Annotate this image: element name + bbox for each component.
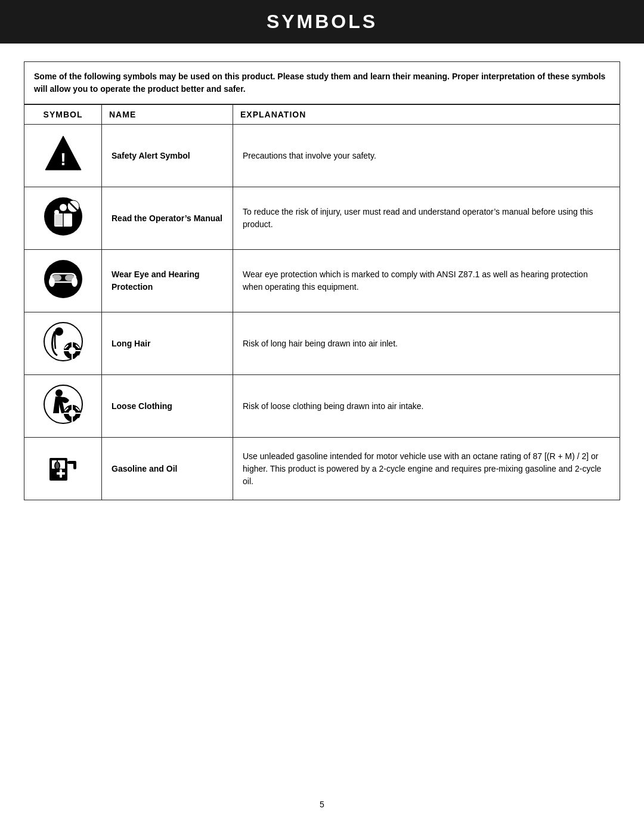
name-cell-manual: Read the Operator’s Manual	[102, 187, 233, 250]
symbols-table: SYMBOL NAME EXPLANATION ! Safety Alert	[24, 104, 620, 500]
intro-text: Some of the following symbols may be use…	[34, 70, 610, 95]
svg-rect-38	[76, 413, 80, 414]
safety-alert-icon: !	[42, 133, 84, 175]
table-row: Wear Eye and Hearing Protection Wear eye…	[24, 250, 620, 312]
intro-box: Some of the following symbols may be use…	[24, 61, 620, 104]
name-cell-loose-clothing: Loose Clothing	[102, 375, 233, 438]
page-title: SYMBOLS	[0, 0, 644, 44]
explanation-cell-manual: To reduce the risk of injury, user must …	[233, 187, 620, 250]
page-number: 5	[0, 800, 644, 809]
svg-point-22	[69, 347, 76, 354]
svg-rect-24	[72, 354, 73, 359]
svg-point-32	[55, 389, 63, 397]
svg-rect-6	[55, 214, 63, 225]
symbol-cell-manual	[24, 187, 102, 250]
svg-point-34	[69, 410, 76, 417]
content-area: Some of the following symbols may be use…	[24, 61, 620, 500]
svg-point-20	[55, 327, 63, 336]
symbol-cell-protection	[24, 250, 102, 312]
table-row: Loose Clothing Risk of loose clothing be…	[24, 375, 620, 438]
symbol-cell-loose-clothing	[24, 375, 102, 438]
symbol-cell-gasoline	[24, 438, 102, 500]
svg-point-15	[49, 277, 55, 287]
long-hair-icon	[42, 321, 84, 363]
svg-rect-37	[64, 413, 69, 414]
gasoline-icon	[42, 446, 84, 488]
svg-rect-26	[76, 350, 80, 351]
explanation-cell-gasoline: Use unleaded gasoline intended for motor…	[233, 438, 620, 500]
col-header-explanation: EXPLANATION	[233, 105, 620, 125]
name-cell-gasoline: Gasoline and Oil	[102, 438, 233, 500]
col-header-symbol: SYMBOL	[24, 105, 102, 125]
svg-point-3	[60, 204, 67, 211]
svg-rect-48	[60, 469, 62, 478]
name-cell-long-hair: Long Hair	[102, 312, 233, 375]
table-header-row: SYMBOL NAME EXPLANATION	[24, 105, 620, 125]
svg-rect-25	[64, 350, 69, 351]
explanation-cell-safety-alert: Precautions that involve your safety.	[233, 125, 620, 187]
protection-icon	[42, 258, 84, 300]
svg-rect-23	[72, 342, 73, 347]
read-manual-icon	[42, 196, 84, 237]
table-row: Long Hair Risk of long hair being drawn …	[24, 312, 620, 375]
table-row: ! Safety Alert Symbol Precautions that i…	[24, 125, 620, 187]
col-header-name: NAME	[102, 105, 233, 125]
explanation-cell-long-hair: Risk of long hair being drawn into air i…	[233, 312, 620, 375]
symbol-cell-safety-alert: !	[24, 125, 102, 187]
svg-rect-46	[73, 461, 76, 469]
loose-clothing-icon	[42, 383, 84, 425]
svg-rect-35	[72, 405, 73, 410]
name-cell-protection: Wear Eye and Hearing Protection	[102, 250, 233, 312]
name-cell-safety-alert: Safety Alert Symbol	[102, 125, 233, 187]
svg-text:!: !	[60, 149, 66, 169]
table-row: Read the Operator’s Manual To reduce the…	[24, 187, 620, 250]
svg-rect-36	[72, 417, 73, 422]
svg-point-16	[72, 277, 78, 287]
explanation-cell-protection: Wear eye protection which is marked to c…	[233, 250, 620, 312]
symbol-cell-long-hair	[24, 312, 102, 375]
page: SYMBOLS Some of the following symbols ma…	[0, 0, 644, 833]
explanation-cell-loose-clothing: Risk of loose clothing being drawn into …	[233, 375, 620, 438]
table-row: Gasoline and Oil Use unleaded gasoline i…	[24, 438, 620, 500]
